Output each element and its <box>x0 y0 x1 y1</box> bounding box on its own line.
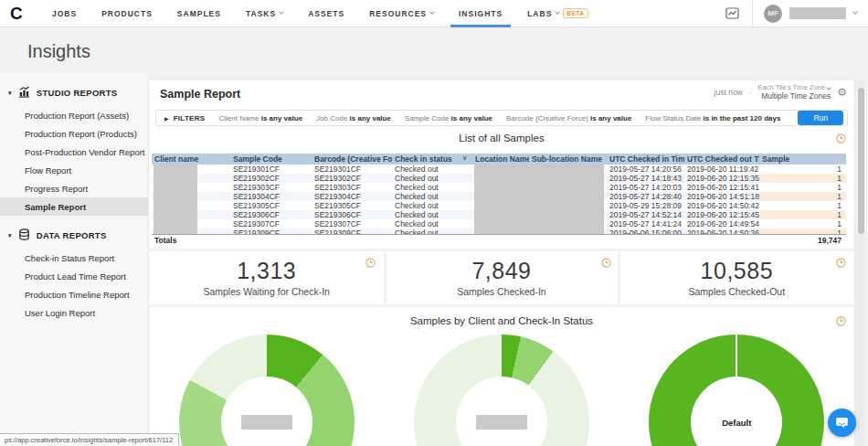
run-button[interactable]: Run <box>798 111 843 125</box>
nav-item-resources[interactable]: RESOURCES <box>369 0 434 27</box>
table-cell: 2019-06-06 15:06:00 <box>607 228 684 234</box>
clock-icon <box>836 131 846 147</box>
main-menu: JOBSPRODUCTSSAMPLESTASKSASSETSRESOURCESI… <box>52 0 588 27</box>
stat-label: Samples Checked-Out <box>619 286 854 297</box>
nav-item-products[interactable]: PRODUCTS <box>101 0 153 27</box>
column-header-sub-location-name[interactable]: Sub-location Name <box>529 154 607 164</box>
filter-condition: is any value <box>350 114 391 122</box>
nav-item-label: ASSETS <box>308 9 344 18</box>
filter-item[interactable]: Sample Code is any value <box>405 114 492 122</box>
table-cell: 2019-06-20 14:51:18 <box>684 192 759 201</box>
nav-item-label: RESOURCES <box>369 9 427 18</box>
gear-icon[interactable]: ⚙ <box>837 86 847 99</box>
table-body: SE219301CFSE219301CFChecked out2019-05-2… <box>152 165 846 234</box>
sidebar-item-product-lead-time-report[interactable]: Product Lead Time Report <box>0 267 148 285</box>
table-cell: 1 <box>759 192 846 201</box>
client-name-redacted <box>241 415 292 430</box>
nav-item-labs[interactable]: LABSBETA <box>527 0 587 27</box>
status-bar-url: ps://app.creativeforce.io/insights/sampl… <box>0 433 179 446</box>
table-cell: SE219301CF <box>230 165 312 174</box>
vertical-scrollbar[interactable] <box>858 80 864 446</box>
collapse-caret-icon[interactable]: ▾ <box>8 90 12 97</box>
nav-item-tasks[interactable]: TASKS <box>246 0 283 27</box>
sidebar-item-production-timeline-report[interactable]: Production Timeline Report <box>0 285 148 303</box>
column-header-sample-code[interactable]: Sample Code <box>230 154 312 164</box>
sidebar-section-header[interactable]: ▾DATA REPORTS <box>0 216 148 249</box>
scrollbar-thumb[interactable] <box>858 88 864 234</box>
sidebar-item-sample-report[interactable]: Sample Report <box>0 197 148 216</box>
table-cell: Checked out <box>392 183 472 192</box>
location-redacted <box>474 165 604 234</box>
nav-item-jobs[interactable]: JOBS <box>52 0 77 27</box>
filter-field: Sample Code <box>405 114 451 122</box>
sidebar-item-progress-report[interactable]: Progress Report <box>0 179 148 197</box>
page-title-band: Insights <box>0 27 868 73</box>
stat-tile: 7,849Samples Checked-In <box>384 251 619 304</box>
stat-value: 7,849 <box>384 258 619 284</box>
column-header-client-name[interactable]: Client name <box>152 154 230 164</box>
database-icon <box>18 228 30 242</box>
sidebar-item-flow-report[interactable]: Flow Report <box>0 161 148 179</box>
table-cell: 2019-06-20 14:49:54 <box>684 219 759 228</box>
table-cell: 1 <box>759 165 846 174</box>
nav-item-insights[interactable]: INSIGHTS <box>459 0 503 27</box>
chat-button[interactable] <box>828 409 856 437</box>
table-cell: SE219307CF <box>230 219 312 228</box>
filter-item[interactable]: Job Code is any value <box>316 114 391 122</box>
column-header-sample[interactable]: Sample <box>759 154 846 164</box>
activity-chart-icon[interactable] <box>725 7 739 19</box>
table-header-row: Client nameSample CodeBarcode (Creative … <box>152 154 846 165</box>
table-cell: Checked out <box>392 210 472 219</box>
clock-icon <box>365 255 376 271</box>
filters-bar: ▶ FILTERS Client Name is any valueJob Co… <box>155 110 848 126</box>
table-cell: Checked out <box>392 219 472 228</box>
top-nav: C JOBSPRODUCTSSAMPLESTASKSASSETSRESOURCE… <box>0 0 868 27</box>
donut-chart-column <box>149 334 384 446</box>
sidebar-section-header[interactable]: ▾STUDIO REPORTS <box>0 73 148 106</box>
donut-chart-column <box>384 334 619 446</box>
table-cell: Checked out <box>392 228 472 234</box>
filter-item[interactable]: Barcode (Creative Force) is any value <box>506 114 631 122</box>
chevron-down-icon <box>279 9 284 15</box>
filter-item[interactable]: Client Name is any value <box>218 114 302 122</box>
creative-force-logo[interactable]: C <box>10 4 37 24</box>
nav-item-label: LABS <box>527 9 552 18</box>
nav-item-assets[interactable]: ASSETS <box>308 0 344 27</box>
collapse-caret-icon[interactable]: ▾ <box>8 232 12 239</box>
user-menu[interactable]: MF <box>752 0 868 27</box>
filters-expand-icon[interactable]: ▶ <box>164 115 169 122</box>
report-title: Sample Report <box>160 88 240 101</box>
column-header-barcode-creative-force-[interactable]: Barcode (Creative Force) <box>312 154 392 164</box>
table-title: List of all Samples <box>149 133 854 143</box>
sidebar-item-post-production-vendor-report[interactable]: Post-Production Vendor Report <box>0 143 148 161</box>
timezone-selector[interactable]: Each Tile's Time Zone Multiple Time Zone… <box>758 83 831 101</box>
nav-item-label: INSIGHTS <box>459 9 503 18</box>
column-header-utc-checked-out-time[interactable]: UTC Checked out Time <box>684 154 759 164</box>
page-title: Insights <box>0 27 868 62</box>
avatar[interactable]: MF <box>764 5 782 23</box>
sidebar-item-check-in-status-report[interactable]: Check-in Status Report <box>0 249 148 267</box>
nav-item-samples[interactable]: SAMPLES <box>177 0 221 27</box>
clock-icon <box>601 255 611 271</box>
client-name-redacted <box>153 165 197 234</box>
sidebar-item-production-report-products-[interactable]: Production Report (Products) <box>0 124 148 143</box>
column-header-location-name[interactable]: Location Name <box>472 154 529 164</box>
donut-charts: Default <box>149 334 854 446</box>
table-cell: 2019-05-27 14:18:43 <box>607 174 684 183</box>
sidebar-item-user-login-report[interactable]: User Login Report <box>0 303 148 322</box>
timezone-selector-value: Multiple Time Zones <box>758 91 831 101</box>
table-cell: Checked out <box>392 201 472 210</box>
chevron-down-icon <box>852 9 858 15</box>
sidebar-item-production-report-assets-[interactable]: Production Report (Assets) <box>0 106 148 124</box>
chevron-down-icon <box>429 9 435 15</box>
table-cell: 2019-05-27 14:52:14 <box>607 210 684 219</box>
filter-item[interactable]: Flow Status Date is in the past 120 days <box>645 114 780 122</box>
sidebar-section-title: STUDIO REPORTS <box>37 88 118 98</box>
samples-table: Client nameSample CodeBarcode (Creative … <box>152 154 846 245</box>
nav-item-label: JOBS <box>52 9 77 18</box>
sidebar-section-title: DATA REPORTS <box>37 230 107 240</box>
column-header-check-in-status[interactable]: Check in status∨ <box>392 154 472 164</box>
filters-label[interactable]: FILTERS <box>174 114 206 122</box>
column-header-utc-checked-in-time[interactable]: UTC Checked in Time <box>607 154 684 164</box>
stat-tiles: 1,313Samples Waiting for Check-In7,849Sa… <box>149 251 854 304</box>
